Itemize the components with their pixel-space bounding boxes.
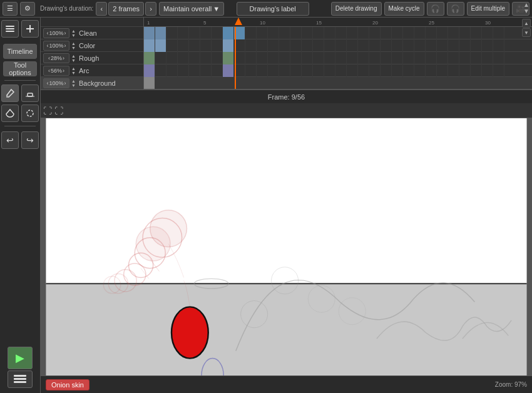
frame-cell[interactable] <box>144 77 155 89</box>
frame-cell[interactable] <box>223 39 234 52</box>
frame-cell[interactable] <box>302 64 313 77</box>
frame-cell[interactable] <box>414 77 426 89</box>
frame-cell[interactable] <box>403 52 414 64</box>
frame-cell[interactable] <box>257 27 268 39</box>
frame-cell[interactable] <box>313 52 324 64</box>
expand-icon[interactable]: ⛶ <box>43 106 52 116</box>
frame-cell[interactable] <box>257 39 268 52</box>
frame-cell[interactable] <box>392 27 403 39</box>
frame-cell[interactable] <box>493 27 504 39</box>
frame-cell[interactable] <box>313 39 324 52</box>
frame-cell[interactable] <box>324 39 335 52</box>
hamburger-menu-button[interactable]: ☰ <box>3 2 18 16</box>
frame-cell[interactable] <box>302 77 313 89</box>
frame-cell[interactable] <box>347 52 358 64</box>
frame-cell[interactable] <box>200 77 212 89</box>
frame-cell[interactable] <box>437 64 448 77</box>
frame-cell[interactable] <box>392 77 403 89</box>
frame-cell[interactable] <box>178 64 189 77</box>
frame-cell[interactable] <box>189 64 200 77</box>
arc-arrow-up[interactable]: ▲ <box>71 66 76 71</box>
frame-cell[interactable] <box>335 27 347 39</box>
frame-cell[interactable] <box>482 27 493 39</box>
frame-cell[interactable] <box>381 52 392 64</box>
frame-cell[interactable] <box>347 64 358 77</box>
frame-cell[interactable] <box>437 27 448 39</box>
clean-layer-pct[interactable]: ‹ 100% › <box>43 28 69 38</box>
frame-cell[interactable] <box>347 27 358 39</box>
frame-cell[interactable] <box>189 39 200 52</box>
frame-cell[interactable] <box>313 64 324 77</box>
frame-cell[interactable] <box>437 77 448 89</box>
frame-cell[interactable] <box>302 27 313 39</box>
make-cycle-button[interactable]: Make cycle <box>384 2 424 16</box>
frame-cell[interactable] <box>437 39 448 52</box>
frame-cell[interactable] <box>212 27 223 39</box>
frame-cell[interactable] <box>459 77 471 89</box>
frame-cell[interactable] <box>166 52 178 64</box>
brush-tool-button[interactable] <box>1 84 19 102</box>
next-frame-button[interactable]: › <box>145 2 156 16</box>
frame-cell[interactable] <box>426 77 437 89</box>
frame-cell[interactable] <box>471 39 482 52</box>
frame-cell[interactable] <box>223 77 234 89</box>
frame-cell[interactable] <box>155 52 166 64</box>
frame-cell[interactable] <box>302 39 313 52</box>
frame-cell[interactable] <box>166 39 178 52</box>
frame-cell[interactable] <box>290 39 302 52</box>
frame-cell[interactable] <box>471 64 482 77</box>
frame-cell[interactable] <box>392 64 403 77</box>
play-button[interactable]: ▶ <box>8 347 33 369</box>
frame-cell[interactable] <box>482 39 493 52</box>
frame-cell[interactable] <box>414 39 426 52</box>
frame-cell[interactable] <box>155 27 166 39</box>
frame-cell[interactable] <box>178 52 189 64</box>
frame-cell[interactable] <box>381 77 392 89</box>
edit-multiple-button[interactable]: Edit multiple <box>467 2 509 16</box>
maintain-overall-button[interactable]: Maintain overall ▼ <box>159 2 224 16</box>
frame-cell[interactable] <box>257 77 268 89</box>
frame-cell[interactable] <box>335 52 347 64</box>
frame-cell[interactable] <box>268 52 279 64</box>
frame-cell[interactable] <box>189 27 200 39</box>
frame-cell[interactable] <box>212 64 223 77</box>
frame-cell[interactable] <box>302 52 313 64</box>
frame-cell[interactable] <box>166 27 178 39</box>
frame-cell[interactable] <box>358 39 369 52</box>
frame-cell[interactable] <box>482 52 493 64</box>
delete-drawing-button[interactable]: Delete drawing <box>331 2 382 16</box>
frame-cell[interactable] <box>257 52 268 64</box>
frame-cell[interactable] <box>459 64 471 77</box>
frame-cell[interactable] <box>144 64 155 77</box>
frame-cell[interactable] <box>223 27 234 39</box>
frame-cell[interactable] <box>223 52 234 64</box>
frame-cell[interactable] <box>245 27 257 39</box>
layers-stack-button[interactable] <box>8 370 33 388</box>
frame-cell[interactable] <box>448 52 459 64</box>
arc-layer-pct[interactable]: ‹ 56% › <box>43 66 69 76</box>
drawing-label-button[interactable]: Drawing's label <box>237 2 309 16</box>
frame-cell[interactable] <box>155 64 166 77</box>
timeline-row-clean[interactable] <box>144 27 532 39</box>
frame-cell[interactable] <box>324 77 335 89</box>
fill-tool-button[interactable] <box>1 105 19 122</box>
frame-cell[interactable] <box>471 27 482 39</box>
frame-cell[interactable] <box>212 39 223 52</box>
frame-cell[interactable] <box>358 52 369 64</box>
frame-cell[interactable] <box>212 77 223 89</box>
settings-button[interactable]: ⚙ <box>20 2 35 16</box>
frame-cell[interactable] <box>369 52 381 64</box>
rough-arrow-down[interactable]: ▼ <box>71 58 76 63</box>
timeline-row-arc[interactable] <box>144 64 532 77</box>
frame-cell[interactable] <box>426 64 437 77</box>
frame-cell[interactable] <box>279 27 290 39</box>
frame-cell[interactable] <box>392 39 403 52</box>
frame-cell[interactable] <box>257 64 268 77</box>
expand-timeline-down[interactable]: ▼ <box>523 8 529 14</box>
frame-cell[interactable] <box>144 52 155 64</box>
color-arrow-down[interactable]: ▼ <box>71 46 76 50</box>
shrink-icon[interactable]: ⛶ <box>54 106 63 116</box>
prev-frame-button[interactable]: ‹ <box>96 2 107 16</box>
frame-cell[interactable] <box>381 27 392 39</box>
frame-cell[interactable] <box>414 27 426 39</box>
